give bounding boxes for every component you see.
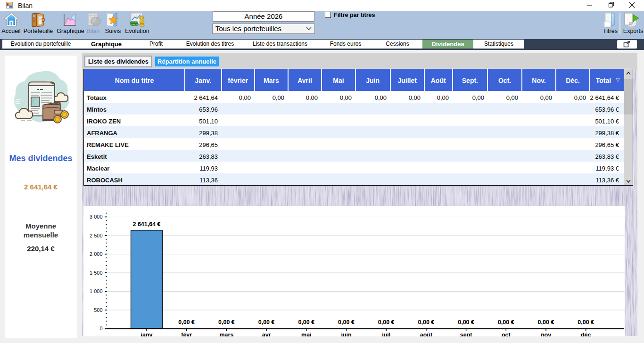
svg-text:0,00 €: 0,00 €	[538, 319, 554, 326]
svg-text:0,00 €: 0,00 €	[498, 319, 514, 326]
svg-text:févr: févr	[181, 332, 192, 336]
svg-text:0,00 €: 0,00 €	[458, 319, 474, 326]
svg-text:janv: janv	[140, 332, 152, 336]
svg-text:2 641,64 €: 2 641,64 €	[132, 221, 160, 228]
svg-text:0,00 €: 0,00 €	[178, 319, 195, 326]
svg-text:0,00 €: 0,00 €	[338, 319, 355, 326]
svg-text:1 500: 1 500	[90, 270, 103, 276]
svg-text:mai: mai	[301, 332, 312, 336]
svg-text:2 000: 2 000	[90, 251, 103, 257]
svg-text:1 000: 1 000	[90, 288, 103, 294]
svg-text:0: 0	[99, 326, 102, 331]
svg-text:0,00 €: 0,00 €	[298, 319, 314, 326]
svg-text:juin: juin	[340, 332, 351, 336]
svg-text:déc: déc	[581, 332, 591, 336]
svg-text:mars: mars	[219, 332, 233, 336]
svg-text:sept: sept	[460, 332, 473, 336]
svg-text:0,00 €: 0,00 €	[578, 319, 594, 326]
svg-text:0,00 €: 0,00 €	[258, 319, 275, 326]
svg-text:0,00 €: 0,00 €	[378, 319, 395, 326]
svg-text:avr: avr	[262, 332, 271, 336]
svg-text:2 500: 2 500	[90, 233, 103, 238]
svg-text:0,00 €: 0,00 €	[418, 319, 435, 326]
svg-text:nov: nov	[541, 332, 551, 336]
svg-text:août: août	[420, 332, 433, 336]
svg-text:juil: juil	[381, 332, 390, 336]
svg-text:3 000: 3 000	[90, 214, 103, 220]
svg-text:oct: oct	[502, 332, 511, 336]
svg-text:0,00 €: 0,00 €	[218, 319, 235, 326]
svg-text:500: 500	[94, 307, 102, 313]
